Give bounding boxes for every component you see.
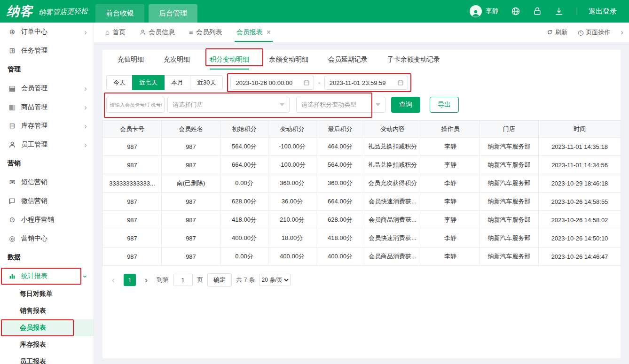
sidebar-item-label: 微信营销: [21, 197, 47, 205]
next-page-button[interactable]: [140, 274, 152, 286]
close-icon[interactable]: [267, 28, 271, 37]
page-size-select[interactable]: 20 条/页: [259, 274, 291, 286]
table-row[interactable]: 333333333333... 南(已删除) 0.00分 360.00分 360…: [103, 174, 621, 193]
sidebar-item-wechat-marketing[interactable]: 微信营销: [0, 192, 94, 210]
cell-time: 2023-10-26 14:58:02: [539, 211, 621, 229]
filter-last7days-button[interactable]: 近七天: [132, 75, 165, 90]
confirm-button[interactable]: 确定: [207, 273, 232, 287]
sidebar-item-stats-report[interactable]: 统计报表: [0, 267, 94, 286]
cell-final-points: 400.00分: [316, 248, 364, 266]
cell-member-name: 987: [162, 248, 220, 266]
chevron-right-icon: [84, 85, 87, 93]
goto-label: 到第: [157, 276, 169, 284]
col-operator: 操作员: [421, 121, 480, 138]
cell-member-card-no: 987: [103, 156, 162, 174]
sidebar-item-daily-statement[interactable]: 每日对账单: [0, 286, 94, 302]
search-input[interactable]: [106, 97, 165, 113]
cell-initial-points: 628.00分: [220, 193, 268, 211]
sidebar-item-sms-marketing[interactable]: 短信营销: [0, 173, 94, 192]
sidebar-item-member-mgmt[interactable]: 会员管理: [0, 79, 94, 98]
sidebar-item-goods-mgmt[interactable]: 商品管理: [0, 98, 94, 116]
lock-icon[interactable]: [533, 7, 542, 16]
query-button[interactable]: 查询: [391, 97, 420, 113]
breadcrumb-bar: 首页 会员信息 会员列表 会员报表 刷新: [94, 23, 629, 42]
sidebar-item-marketing-center[interactable]: 营销中心: [0, 229, 94, 248]
filter-today-button[interactable]: 今天: [106, 75, 133, 90]
page-actions-icon: [578, 29, 583, 36]
cell-change-content: 会员商品消费获...: [364, 248, 421, 266]
sidebar-section-management: 管理: [0, 60, 94, 79]
sidebar-item-staff-mgmt[interactable]: 员工管理: [0, 135, 94, 154]
date-from-input[interactable]: 2023-10-26 00:00:00: [230, 76, 314, 90]
goto-page-input[interactable]: [173, 274, 193, 286]
sidebar-item-label: 库存管理: [21, 122, 47, 130]
filter-this-month-button[interactable]: 本月: [164, 75, 190, 90]
sidebar-item-task-mgmt[interactable]: 任务管理: [0, 41, 94, 60]
chevron-down-icon: [82, 275, 90, 278]
page-actions-button[interactable]: 页面操作: [578, 28, 610, 37]
prev-page-button[interactable]: [107, 274, 119, 286]
sidebar-item-order-center[interactable]: 订单中心: [0, 23, 94, 41]
user-menu[interactable]: 李静: [470, 5, 499, 17]
tab-recharge-detail[interactable]: 充值明细: [118, 50, 144, 70]
sidebar-item-sales-report[interactable]: 销售报表: [0, 302, 94, 319]
cell-member-card-no: 987: [103, 138, 162, 156]
cell-change-content: 会员充次获得积分: [364, 174, 421, 193]
tab-member-info[interactable]: 会员信息: [140, 23, 175, 42]
date-to-input[interactable]: 2023-11-01 23:59:59: [324, 76, 408, 90]
logout-button[interactable]: 退出登录: [589, 7, 617, 16]
cell-store: 纳新汽车服务部: [480, 138, 539, 156]
username: 李静: [486, 7, 499, 15]
tab-member-list[interactable]: 会员列表: [189, 23, 222, 42]
sidebar-item-miniprogram-marketing[interactable]: 小程序营销: [0, 210, 94, 229]
user-icon: [140, 29, 146, 35]
cell-change-content: 会员快速消费获...: [364, 229, 421, 248]
tab-balance-change-detail[interactable]: 余额变动明细: [269, 50, 308, 70]
cell-operator: 李静: [421, 193, 480, 211]
calendar-icon: [303, 79, 310, 86]
sidebar-item-member-report[interactable]: 会员报表: [0, 319, 94, 336]
envelope-icon: [8, 178, 17, 186]
filter-last30days-button[interactable]: 近30天: [190, 75, 223, 90]
table-row[interactable]: 987 987 0.00分 400.00分 400.00分 会员商品消费获...…: [103, 248, 621, 266]
sidebar-item-label: 销售报表: [20, 307, 46, 315]
cell-store: 纳新汽车服务部: [480, 211, 539, 229]
col-changed-points: 变动积分: [268, 121, 316, 138]
member-card-icon: [8, 84, 17, 93]
sidebar-item-stock-report[interactable]: 库存报表: [0, 336, 94, 353]
store-select[interactable]: 请选择门店: [167, 97, 290, 113]
table-row[interactable]: 987 987 400.00分 18.00分 418.00分 会员快速消费获..…: [103, 229, 621, 248]
sidebar-item-staff-report[interactable]: 员工报表: [0, 353, 94, 364]
tab-subcard-balance-record[interactable]: 子卡余额变动记录: [387, 50, 440, 70]
nav-back-admin[interactable]: 后台管理: [149, 4, 197, 23]
table-row[interactable]: 987 987 418.00分 210.00分 628.00分 会员商品消费获.…: [103, 211, 621, 229]
cell-initial-points: 0.00分: [220, 174, 268, 193]
table-row[interactable]: 987 987 664.00分 -100.00分 564.00分 礼品兑换扣减积…: [103, 156, 621, 174]
cell-operator: 李静: [421, 138, 480, 156]
points-type-select[interactable]: 请选择积分变动类型: [296, 97, 385, 113]
cell-changed-points: 18.00分: [268, 229, 316, 248]
sidebar-section-marketing: 营销: [0, 154, 94, 173]
tab-points-change-detail[interactable]: 积分变动明细: [210, 50, 249, 70]
export-button[interactable]: 导出: [430, 97, 459, 113]
tab-home[interactable]: 首页: [105, 23, 126, 42]
table-row[interactable]: 987 987 628.00分 36.00分 664.00分 会员快速消费获..…: [103, 193, 621, 211]
page-1-button[interactable]: 1: [124, 274, 136, 286]
globe-icon[interactable]: [511, 7, 520, 16]
table-row[interactable]: 987 987 564.00分 -100.00分 464.00分 礼品兑换扣减积…: [103, 138, 621, 156]
tab-member-extension-record[interactable]: 会员延期记录: [328, 50, 368, 70]
tab-times-detail[interactable]: 充次明细: [164, 50, 190, 70]
download-icon[interactable]: [554, 7, 564, 16]
chevron-right-icon[interactable]: [621, 28, 623, 37]
chevron-right-icon: [84, 28, 87, 36]
refresh-button[interactable]: 刷新: [547, 28, 567, 37]
cell-changed-points: -100.00分: [268, 156, 316, 174]
cell-initial-points: 0.00分: [220, 248, 268, 266]
tabbar-actions: 刷新 页面操作: [547, 23, 629, 42]
cell-final-points: 628.00分: [316, 211, 364, 229]
cell-member-card-no: 987: [103, 193, 162, 211]
tab-member-report[interactable]: 会员报表: [236, 23, 271, 42]
nav-front-cashier[interactable]: 前台收银: [95, 4, 144, 23]
report-tabs: 充值明细 充次明细 积分变动明细 余额变动明细 会员延期记录 子卡余额变动记录: [102, 50, 621, 70]
sidebar-item-stock-mgmt[interactable]: 库存管理: [0, 116, 94, 135]
